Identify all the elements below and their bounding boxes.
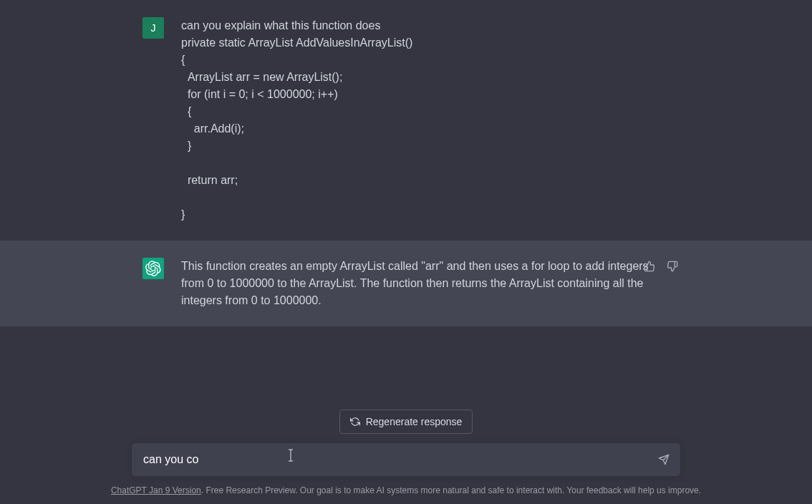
openai-logo-icon	[145, 261, 161, 276]
message-actions	[641, 258, 681, 275]
send-button[interactable]	[655, 451, 672, 468]
user-message-row: J can you explain what this function doe…	[0, 0, 812, 241]
regenerate-button[interactable]: Regenerate response	[339, 410, 473, 434]
assistant-message-text: This function creates an empty ArrayList…	[181, 258, 670, 309]
user-message-text: can you explain what this function does …	[181, 17, 670, 223]
bottom-area: Regenerate response ChatGPT Jan 9 Versio…	[0, 410, 812, 504]
send-icon	[658, 454, 670, 465]
user-avatar: J	[142, 17, 164, 39]
input-row	[131, 442, 681, 477]
conversation: J can you explain what this function doe…	[0, 0, 812, 326]
user-avatar-letter: J	[151, 22, 156, 34]
footer-version-link[interactable]: ChatGPT Jan 9 Version	[111, 485, 201, 495]
assistant-message-row: This function creates an empty ArrayList…	[0, 241, 812, 326]
thumbs-up-icon	[644, 261, 655, 272]
footer-rest-text: . Free Research Preview. Our goal is to …	[201, 485, 701, 495]
regenerate-label: Regenerate response	[366, 416, 463, 427]
thumbs-down-icon	[667, 261, 678, 272]
chat-input[interactable]	[131, 442, 681, 477]
footer-text: ChatGPT Jan 9 Version. Free Research Pre…	[11, 485, 801, 495]
thumbs-up-button[interactable]	[641, 258, 658, 275]
assistant-avatar	[142, 258, 164, 279]
thumbs-down-button[interactable]	[664, 258, 681, 275]
refresh-icon	[350, 417, 360, 427]
